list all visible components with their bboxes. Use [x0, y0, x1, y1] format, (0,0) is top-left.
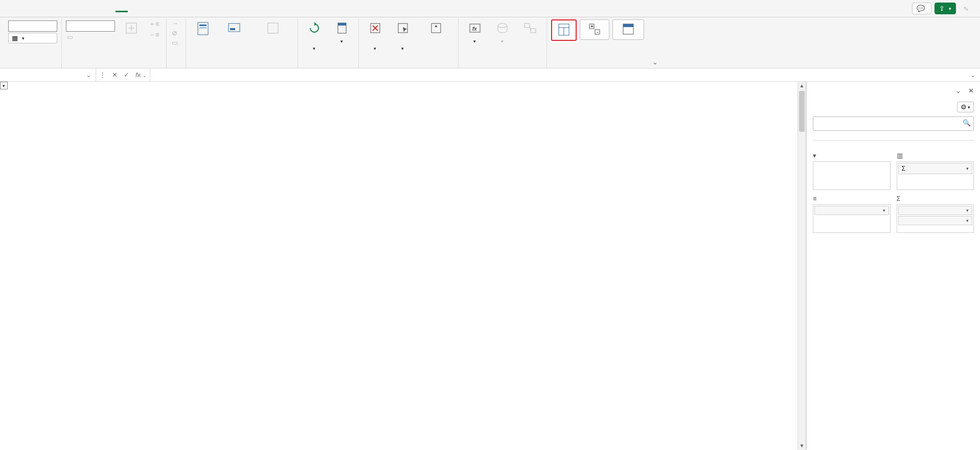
chevron-down-icon: ▾	[401, 46, 404, 51]
values-item-sales[interactable]: ▾	[898, 216, 973, 225]
scroll-down-icon[interactable]: ▼	[798, 442, 806, 450]
group-field-icon: ▭	[172, 39, 178, 46]
chevron-down-icon: ▾	[22, 36, 25, 41]
formula-expand-button[interactable]: ⌄	[966, 71, 980, 79]
tab-design[interactable]	[128, 6, 140, 12]
collapse-field-button[interactable]: －≡	[148, 30, 162, 40]
area-rows[interactable]: ≡ ▾	[813, 195, 891, 233]
svg-marker-9	[314, 22, 316, 26]
share-button[interactable]: ⇪ ▾	[935, 3, 956, 14]
search-icon: 🔍	[963, 119, 971, 127]
tab-developer[interactable]	[103, 6, 116, 12]
change-data-source-button[interactable]: ▾	[330, 19, 354, 46]
columns-item-values[interactable]: Σ ▾	[898, 163, 973, 174]
area-filters[interactable]: ▾	[813, 152, 891, 190]
chevron-down-icon: ▾	[949, 6, 951, 11]
tab-review[interactable]	[79, 6, 91, 12]
expand-field-button[interactable]: ＋≡	[148, 19, 162, 29]
group-label-show	[551, 66, 644, 68]
field-headers-button[interactable]	[612, 19, 644, 40]
namebox-dropdown[interactable]: ⌄	[82, 71, 96, 79]
scroll-up-icon[interactable]: ▲	[798, 82, 806, 90]
tab-pivottable-analyze[interactable]	[116, 5, 128, 12]
svg-rect-8	[268, 23, 278, 33]
insert-timeline-button[interactable]	[219, 19, 249, 39]
pm-buttons-button[interactable]: +-	[580, 19, 609, 40]
pivot-name-input[interactable]	[8, 20, 57, 32]
accept-edit-button[interactable]: ✓	[121, 71, 132, 79]
svg-rect-6	[229, 23, 240, 32]
chevron-down-icon: ▾	[340, 39, 343, 44]
field-headers-icon	[621, 22, 635, 36]
svg-marker-18	[435, 25, 438, 27]
field-settings-button[interactable]: ▭	[66, 33, 115, 41]
values-item-units[interactable]: ▾	[898, 206, 973, 215]
scroll-thumb[interactable]	[799, 91, 805, 132]
tab-view[interactable]	[91, 6, 103, 12]
tab-page-layout[interactable]	[42, 6, 54, 12]
chevron-down-icon: ▾	[966, 208, 969, 213]
more-button[interactable]: ⋮	[96, 71, 109, 79]
formula-bar: ⌄ ⋮ ✕ ✓ fx ⌄ ⌄	[0, 68, 980, 82]
fields-items-sets-button[interactable]: fx ▾	[463, 19, 487, 46]
catch-up-button[interactable]: ∿	[959, 3, 975, 14]
row-labels-dropdown[interactable]: ▾	[0, 82, 8, 89]
active-field-input[interactable]	[66, 20, 115, 32]
group-calculations: fx ▾ ▾	[459, 18, 547, 68]
pane-settings-button[interactable]: ⚙ ▾	[957, 102, 974, 112]
svg-text:+: +	[590, 23, 594, 29]
comments-button[interactable]: 💬	[912, 3, 931, 14]
spreadsheet-grid[interactable]: ▾ ▲ ▼	[0, 82, 806, 450]
relationships-button[interactable]	[518, 19, 542, 39]
select-button[interactable]: ▾	[391, 19, 415, 54]
chevron-down-icon: ▾	[966, 218, 969, 223]
tab-home[interactable]	[17, 6, 30, 12]
ungroup-button[interactable]: ⊘	[171, 29, 181, 37]
options-button[interactable]: ▦ ▾	[8, 33, 57, 43]
svg-rect-17	[431, 23, 441, 33]
show-details-button[interactable]	[118, 19, 145, 38]
vertical-scrollbar[interactable]: ▲ ▼	[797, 82, 806, 450]
pane-close-icon[interactable]: ✕	[968, 87, 974, 94]
tab-insert[interactable]	[30, 6, 42, 12]
filter-conn-icon	[266, 21, 280, 36]
svg-rect-23	[531, 29, 536, 33]
filter-connections-button[interactable]	[253, 19, 293, 39]
refresh-button[interactable]: ▾	[302, 19, 327, 54]
svg-rect-15	[398, 23, 407, 33]
chevron-down-icon: ▾	[883, 208, 885, 213]
group-pivottable: ▦ ▾	[4, 18, 62, 68]
tab-file[interactable]	[5, 6, 17, 12]
field-list-button[interactable]	[551, 19, 577, 41]
fx-button[interactable]: fx ⌄	[132, 71, 150, 79]
tab-data[interactable]	[66, 6, 79, 12]
insert-slicer-button[interactable]	[190, 19, 216, 39]
fields-items-icon: fx	[468, 21, 482, 36]
group-label-filter	[190, 66, 293, 68]
group-selection-button[interactable]: →	[171, 19, 181, 28]
ribbon-collapse-button[interactable]: ⌄	[648, 56, 662, 68]
rows-item-product[interactable]: ▾	[814, 206, 889, 215]
collapse-icon: －≡	[149, 31, 159, 39]
pane-collapse-icon[interactable]: ⌄	[955, 87, 961, 94]
clear-button[interactable]: ▾	[363, 19, 388, 54]
name-box[interactable]	[0, 71, 82, 79]
tab-formulas[interactable]	[54, 6, 66, 12]
fields-search-input[interactable]	[813, 116, 974, 131]
svg-rect-22	[525, 23, 530, 28]
group-field-button[interactable]: ▭	[171, 38, 181, 47]
svg-rect-4	[199, 25, 207, 26]
move-pivot-button[interactable]	[418, 19, 454, 39]
expand-icon: ＋≡	[149, 20, 159, 29]
refresh-icon	[307, 21, 322, 36]
area-columns[interactable]: ▥ Σ ▾	[897, 152, 974, 190]
area-values[interactable]: Σ ▾ ▾	[897, 195, 974, 233]
group-actions: ▾ ▾	[359, 18, 459, 68]
formula-input[interactable]	[150, 71, 966, 79]
olap-tools-button[interactable]: ▾	[490, 19, 515, 46]
cancel-edit-button[interactable]: ✕	[109, 71, 121, 79]
svg-text:-: -	[597, 29, 598, 35]
fields-list[interactable]	[813, 136, 974, 140]
svg-line-24	[530, 26, 531, 31]
change-src-icon	[335, 21, 349, 36]
